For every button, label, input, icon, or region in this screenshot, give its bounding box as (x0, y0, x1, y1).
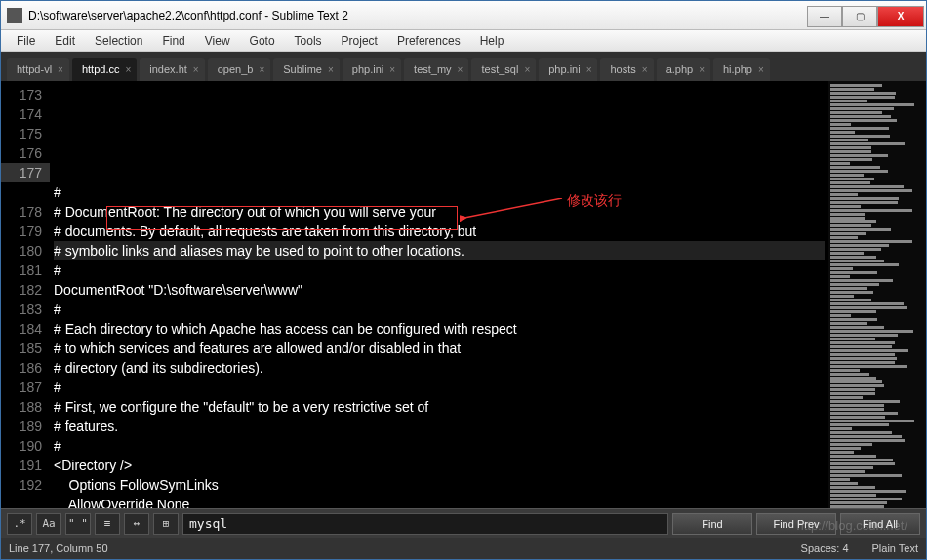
tab-label: Sublime (283, 63, 322, 75)
code-line: # documents. By default, all requests ar… (54, 221, 825, 241)
tab-php-ini[interactable]: php.ini× (539, 58, 597, 81)
line-number: 192 (5, 475, 42, 495)
tab-label: hosts (610, 63, 635, 75)
code-line: # directory (and its subdirectories). (54, 358, 825, 378)
line-number: 176 (5, 143, 42, 163)
close-icon[interactable]: × (328, 64, 334, 75)
close-icon[interactable]: × (586, 64, 592, 75)
tab-test_sql[interactable]: test_sql× (471, 58, 536, 81)
line-number: 181 (5, 260, 42, 280)
minimap[interactable] (828, 81, 926, 508)
code-view[interactable]: 修改该行 ## DocumentRoot: The directory out … (50, 81, 828, 508)
tab-hi-php[interactable]: hi.php× (713, 58, 770, 81)
code-line: AllowOverride None (54, 495, 825, 508)
watermark-text: http://blog.csdn.net/ (797, 518, 907, 533)
tab-hosts[interactable]: hosts× (600, 58, 653, 81)
close-button[interactable]: X (877, 6, 924, 27)
find-opt-highlight[interactable]: ⊞ (153, 513, 179, 535)
editor-area: 1731741751761771781791801811821831841851… (1, 81, 926, 508)
find-opt-case[interactable]: Aa (36, 513, 61, 535)
code-line: <Directory /> (54, 456, 825, 475)
line-gutter: 1731741751761771781791801811821831841851… (1, 81, 50, 508)
code-line: # symbolic links and aliases may be used… (54, 241, 825, 260)
line-number: 191 (5, 456, 42, 475)
menu-preferences[interactable]: Preferences (387, 32, 470, 50)
tab-label: httpd-vl (17, 63, 52, 75)
line-number: 182 (5, 280, 42, 300)
code-line: # (54, 378, 825, 397)
menu-help[interactable]: Help (470, 32, 514, 50)
tab-open_b[interactable]: open_b× (208, 58, 271, 81)
code-line: # to which services and features are all… (54, 339, 825, 358)
tab-label: httpd.cc (82, 63, 120, 75)
find-opt-inselection[interactable]: ↔ (124, 513, 149, 535)
close-icon[interactable]: × (389, 64, 395, 75)
line-number: 186 (5, 358, 42, 378)
statusbar: Line 177, Column 50 Spaces: 4 Plain Text (1, 538, 926, 559)
status-spaces[interactable]: Spaces: 4 (801, 542, 849, 554)
close-icon[interactable]: × (758, 64, 764, 75)
line-number: 180 (5, 241, 42, 260)
tab-label: open_b (218, 63, 254, 75)
line-number: 185 (5, 339, 42, 358)
annotation-label: 修改该行 (567, 190, 622, 210)
find-opt-word[interactable]: " " (65, 513, 91, 535)
tab-label: index.ht (149, 63, 187, 75)
tab-httpd-cc[interactable]: httpd.cc× (72, 58, 137, 81)
menu-edit[interactable]: Edit (45, 32, 85, 50)
close-icon[interactable]: × (524, 64, 530, 75)
app-icon (7, 8, 22, 23)
menu-file[interactable]: File (7, 32, 45, 50)
close-icon[interactable]: × (642, 64, 648, 75)
tab-index-ht[interactable]: index.ht× (140, 58, 204, 81)
find-opt-wrap[interactable]: ≡ (95, 513, 120, 535)
menu-tools[interactable]: Tools (285, 32, 332, 50)
code-line: # Each directory to which Apache has acc… (54, 319, 825, 339)
titlebar[interactable]: D:\software\server\apache2.2\conf\httpd.… (1, 1, 926, 30)
line-number: 189 (5, 417, 42, 436)
close-icon[interactable]: × (125, 64, 131, 75)
close-icon[interactable]: × (699, 64, 705, 75)
code-line: # features. (54, 417, 825, 436)
tab-httpd-vl[interactable]: httpd-vl× (7, 58, 69, 81)
line-number: 184 (5, 319, 42, 339)
minimize-button[interactable]: — (807, 6, 842, 27)
menu-goto[interactable]: Goto (240, 32, 285, 50)
window-controls: — ▢ X (807, 6, 924, 25)
tab-Sublime[interactable]: Sublime× (273, 58, 340, 81)
code-line: # First, we configure the "default" to b… (54, 397, 825, 417)
tab-test_my[interactable]: test_my× (404, 58, 468, 81)
tab-php-ini[interactable]: php.ini× (343, 58, 401, 81)
code-line: DocumentRoot "D:\software\server\www" (54, 280, 825, 300)
line-number: 183 (5, 300, 42, 319)
code-line: # (54, 436, 825, 456)
menu-selection[interactable]: Selection (85, 32, 152, 50)
find-button[interactable]: Find (672, 513, 752, 535)
close-icon[interactable]: × (259, 64, 264, 75)
maximize-button[interactable]: ▢ (842, 6, 877, 27)
code-line: # (54, 182, 825, 202)
menubar: File Edit Selection Find View Goto Tools… (1, 30, 926, 52)
menu-view[interactable]: View (195, 32, 240, 50)
menu-find[interactable]: Find (152, 32, 194, 50)
tab-label: php.ini (548, 63, 580, 75)
line-number: 178 (5, 202, 42, 221)
line-number: 173 (5, 85, 42, 104)
code-line: # (54, 260, 825, 280)
tab-label: a.php (666, 63, 694, 75)
code-line: # DocumentRoot: The directory out of whi… (54, 202, 825, 221)
window-title: D:\software\server\apache2.2\conf\httpd.… (28, 9, 807, 22)
code-line: Options FollowSymLinks (54, 475, 825, 495)
find-input[interactable] (182, 513, 668, 535)
close-icon[interactable]: × (58, 64, 63, 75)
tabbar: httpd-vl×httpd.cc×index.ht×open_b×Sublim… (1, 52, 926, 81)
line-number: 174 (5, 104, 42, 124)
menu-project[interactable]: Project (332, 32, 387, 50)
close-icon[interactable]: × (193, 64, 199, 75)
tab-a-php[interactable]: a.php× (657, 58, 710, 81)
status-syntax[interactable]: Plain Text (872, 542, 919, 554)
tab-label: php.ini (352, 63, 383, 75)
line-number: 179 (5, 221, 42, 241)
find-opt-regex[interactable]: .* (7, 513, 32, 535)
close-icon[interactable]: × (458, 64, 464, 75)
